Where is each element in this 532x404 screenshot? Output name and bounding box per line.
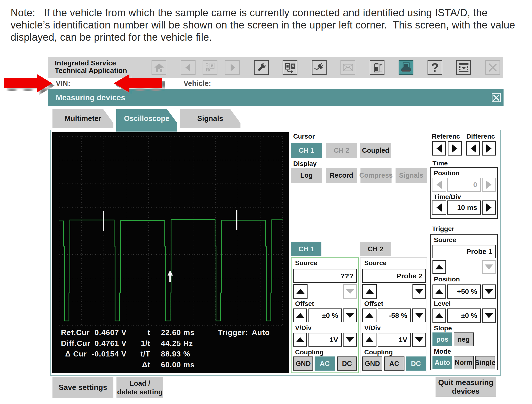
svg-text:t: t xyxy=(147,328,150,337)
svg-text:0.4607 V: 0.4607 V xyxy=(95,328,127,337)
svg-text:88.93 %: 88.93 % xyxy=(161,350,190,358)
svg-text:t/T: t/T xyxy=(140,350,150,358)
svg-text:Trigger:: Trigger: xyxy=(218,328,248,337)
svg-text:1/t: 1/t xyxy=(141,339,150,347)
svg-text:Auto: Auto xyxy=(252,328,270,337)
svg-text:Δ Cur: Δ Cur xyxy=(65,350,87,358)
svg-text:Ref.Cur: Ref.Cur xyxy=(61,328,90,337)
svg-text:-0.0154 V: -0.0154 V xyxy=(92,350,127,358)
svg-text:60.00 ms: 60.00 ms xyxy=(161,360,195,369)
svg-text:Δt: Δt xyxy=(142,360,150,369)
svg-text:Diff.Cur: Diff.Cur xyxy=(61,339,90,347)
svg-text:0.4761 V: 0.4761 V xyxy=(95,339,127,347)
svg-text:44.25 Hz: 44.25 Hz xyxy=(161,339,193,347)
svg-text:22.60 ms: 22.60 ms xyxy=(161,328,195,337)
